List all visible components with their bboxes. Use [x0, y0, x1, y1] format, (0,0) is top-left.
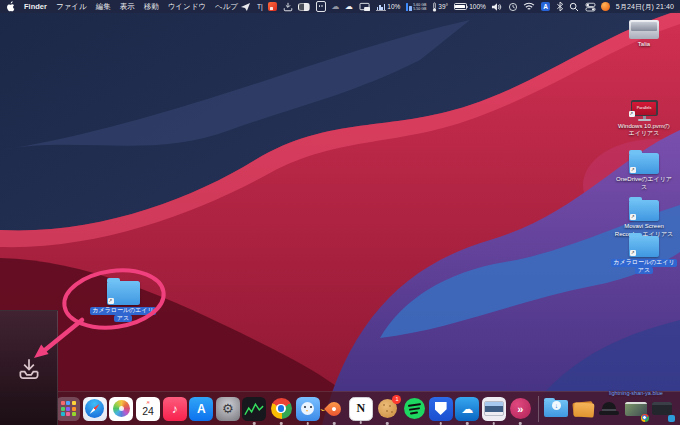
dock-safari[interactable] [83, 397, 107, 421]
icon-label-line1: Movavi Screen [624, 223, 664, 231]
icon-label-line2: ス [641, 184, 647, 192]
icon-label-line1: カメラロールのエイリ [90, 307, 156, 315]
alias-badge-icon: ↗ [108, 298, 114, 304]
app-badge-icon [668, 415, 675, 422]
dock-music[interactable]: ♪ [163, 397, 187, 421]
menu-bar-clock[interactable]: 5月24日(月) 21:40 [616, 2, 674, 12]
desktop-icon-movavi-alias[interactable]: ↗ Movavi Screen Recorde...エイリアス [610, 200, 678, 238]
control-center-icon[interactable] [585, 1, 596, 13]
chevrons-icon: » [510, 398, 531, 419]
volume-icon[interactable] [491, 1, 502, 13]
clock-sync-icon[interactable] [508, 1, 518, 13]
app-store-letter: A [197, 402, 206, 416]
dock-share-app[interactable]: » [508, 397, 532, 421]
parallels-screen-text: Parallels [632, 102, 656, 115]
chrome-badge-icon [641, 414, 649, 422]
dock-activity-terminal[interactable] [242, 397, 266, 421]
cpu-percent: 10% [387, 3, 400, 10]
notification-badge: 1 [392, 395, 401, 404]
dock-minimized-window-2[interactable] [650, 397, 674, 421]
paper-plane-icon[interactable] [240, 1, 251, 13]
battery-indicator[interactable]: 100% [454, 3, 486, 10]
dock: 月 24 ♪ A ⚙ N 1 ☁ » ↓ [0, 391, 680, 425]
dock-launchpad[interactable] [56, 397, 80, 421]
alias-badge-icon: ↗ [630, 214, 636, 220]
icon-label-line2: エイリアス [629, 130, 660, 138]
red-grid-app-icon[interactable] [268, 1, 277, 13]
temperature-monitor[interactable]: 39° [432, 2, 448, 12]
menu-go[interactable]: 移動 [144, 2, 159, 12]
icon-label-line1: OneDriveのエイリア [616, 176, 672, 184]
menu-bar-left: Finder ファイル 編集 表示 移動 ウインドウ ヘルプ [6, 1, 238, 13]
display-mirroring-icon[interactable] [359, 1, 371, 13]
desktop-icon-windows10-alias[interactable]: Parallels ↗ Windows 10.pvmの エイリアス [610, 100, 678, 138]
download-drop-icon [15, 355, 43, 383]
icon-label: Talia [638, 41, 650, 49]
orange-app-icon[interactable] [601, 2, 610, 11]
dock-folder-stack[interactable] [571, 397, 595, 421]
apple-menu[interactable] [6, 1, 15, 13]
folder-icon: ↗ [629, 153, 659, 174]
input-source-badge[interactable]: A [541, 2, 551, 12]
hard-disk-icon [629, 20, 659, 39]
cpu-bars-icon [376, 3, 386, 11]
thermometer-icon [432, 2, 437, 12]
icon-label-line2: アス [114, 315, 131, 323]
notion-letter: N [356, 401, 365, 416]
folder-icon: ↗ [629, 200, 659, 221]
dock-photos[interactable] [109, 397, 133, 421]
search-icon[interactable] [569, 1, 579, 13]
desktop-icon-camera-roll-alias[interactable]: ↗ カメラロールのエイリ アス [610, 236, 678, 274]
alias-badge-icon: ↗ [630, 250, 636, 256]
dock-system-preferences[interactable]: ⚙ [216, 397, 240, 421]
bowler-hat-icon [599, 402, 619, 415]
rounded-app-icon[interactable] [316, 1, 327, 13]
cloud-sync-idle-icon[interactable]: ☁ [332, 1, 340, 13]
shield-icon [435, 402, 447, 415]
dock-screen-capture-app[interactable] [482, 397, 506, 421]
text-tool-icon[interactable]: T| [257, 3, 263, 10]
macos-desktop: Finder ファイル 編集 表示 移動 ウインドウ ヘルプ T| ☁ ☁ [0, 0, 680, 425]
desktop-icon-talia-disk[interactable]: Talia [610, 20, 678, 49]
desktop-icon-onedrive-alias[interactable]: ↗ OneDriveのエイリア ス [610, 153, 678, 191]
app-menu-title[interactable]: Finder [24, 2, 47, 11]
menu-file[interactable]: ファイル [56, 2, 87, 12]
dock-calendar[interactable]: 月 24 [136, 397, 160, 421]
dock-minimized-window-1[interactable] [624, 397, 648, 421]
menu-edit[interactable]: 編集 [96, 2, 111, 12]
dock-notion[interactable]: N [349, 397, 373, 421]
menu-help[interactable]: ヘルプ [215, 2, 238, 12]
dock-rocket-app[interactable] [322, 397, 346, 421]
download-arrow-badge: ↓ [552, 401, 561, 410]
icon-label-line1: Windows 10.pvmの [618, 123, 670, 131]
menu-view[interactable]: 表示 [120, 2, 135, 12]
dock-divider [538, 396, 539, 422]
dock-bird-app[interactable] [296, 397, 320, 421]
menu-window[interactable]: ウインドウ [168, 2, 206, 12]
network-monitor[interactable]: 5.60 GB 5.50 GB [406, 3, 426, 11]
dock-alfred[interactable] [597, 397, 621, 421]
toggle-pill-icon[interactable] [298, 1, 310, 13]
wifi-icon[interactable] [523, 1, 535, 13]
drop-target-panel[interactable] [0, 310, 58, 425]
battery-icon [454, 3, 467, 10]
dock-chrome[interactable] [269, 397, 293, 421]
calendar-day: 24 [142, 406, 154, 417]
dock-spotify[interactable] [402, 397, 426, 421]
dock-onedrive[interactable]: ☁ [455, 397, 479, 421]
download-tray-icon[interactable] [283, 1, 293, 13]
cloud-icon: ☁ [461, 402, 473, 416]
dock-app-store[interactable]: A [189, 397, 213, 421]
icon-label-line1: カメラロールのエイリ [611, 259, 677, 267]
dock-downloads-folder[interactable]: ↓ [544, 397, 568, 421]
temperature-value: 39° [438, 3, 448, 10]
bluetooth-icon[interactable] [556, 1, 564, 13]
cloud-icon[interactable]: ☁ [345, 1, 353, 13]
dock-bitwarden[interactable] [429, 397, 453, 421]
wallpaper [0, 0, 680, 425]
folder-icon: ↗ [107, 281, 140, 305]
cpu-monitor[interactable]: 10% [376, 3, 400, 11]
desktop-icon-camera-roll-annotated[interactable]: ↗ カメラロールのエイリ アス [89, 281, 157, 322]
network-down-value: 5.50 GB [413, 7, 426, 11]
dock-biscuit-app[interactable]: 1 [375, 397, 399, 421]
